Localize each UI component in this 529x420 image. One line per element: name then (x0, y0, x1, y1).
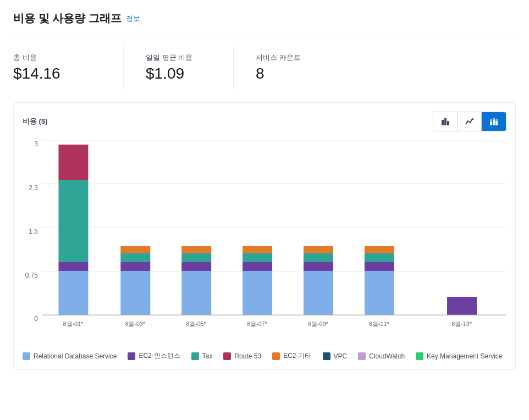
info-link[interactable]: 정보 (126, 14, 140, 24)
svg-text:8월-07*: 8월-07* (247, 320, 267, 327)
svg-text:8월-11*: 8월-11* (369, 320, 389, 327)
total-cost-label: 총 비용 (13, 53, 101, 63)
service-count-label: 서비스 카운트 (256, 53, 321, 63)
legend-item: EC2-기타 (272, 351, 311, 361)
y-label-23: 2.3 (29, 184, 38, 192)
page-title: 비용 및 사용량 그래프 (13, 11, 122, 26)
svg-text:8월-03*: 8월-03* (125, 320, 145, 327)
svg-rect-38 (447, 297, 477, 315)
stacked-chart-button[interactable] (482, 112, 506, 131)
legend-item: VPC (323, 351, 348, 361)
svg-rect-29 (243, 246, 272, 253)
chart-ylabel: 비용 ($) (23, 117, 48, 126)
chart-header: 비용 ($) (23, 112, 506, 131)
legend-color-swatch (191, 352, 199, 360)
daily-avg-card: 일일 평균 비용 $1.09 (123, 46, 233, 89)
legend-label: Relational Database Service (34, 352, 117, 360)
legend-label: VPC (334, 352, 348, 360)
total-cost-value: $14.16 (13, 65, 101, 82)
svg-rect-35 (365, 262, 394, 271)
svg-rect-25 (181, 246, 211, 253)
svg-rect-2 (447, 121, 449, 125)
svg-text:8월-09*: 8월-09* (308, 320, 328, 327)
bar-chart-icon (440, 117, 450, 126)
bar-chart-button[interactable] (433, 112, 458, 131)
legend-color-swatch (358, 352, 366, 360)
svg-rect-6 (493, 118, 495, 120)
svg-rect-4 (490, 119, 492, 122)
page-container: 비용 및 사용량 그래프 정보 총 비용 $14.16 일일 평균 비용 $1.… (0, 0, 529, 420)
total-cost-card: 총 비용 $14.16 (13, 46, 123, 89)
legend-color-swatch (128, 352, 135, 360)
legend-item: Tax (191, 351, 213, 361)
svg-rect-15 (58, 262, 88, 271)
y-label-0: 0 (34, 315, 38, 323)
legend-color-swatch (272, 352, 280, 360)
svg-rect-0 (442, 120, 444, 125)
legend-item: CloudWatch (358, 351, 405, 361)
svg-rect-7 (495, 121, 498, 125)
svg-rect-3 (490, 122, 492, 125)
chart-container: 3 2.3 1.5 0.75 0 (23, 138, 506, 336)
stacked-chart-icon (489, 117, 499, 126)
legend-label: EC2-인스턴스 (139, 351, 180, 361)
svg-rect-19 (120, 262, 150, 271)
line-chart-button[interactable] (458, 112, 482, 131)
service-count-card: 서비스 카운트 8 (233, 46, 343, 89)
svg-rect-36 (365, 253, 394, 262)
svg-rect-18 (120, 271, 150, 315)
svg-rect-34 (365, 271, 394, 315)
legend-label: Route 53 (234, 352, 261, 360)
y-label-075: 0.75 (25, 272, 38, 279)
svg-rect-16 (58, 180, 88, 262)
chart-plot: 8월-01* 8월-03* 8월-05* 8월-07* 8월-09* 8월-11… (42, 138, 506, 336)
svg-rect-32 (304, 253, 333, 262)
daily-avg-label: 일일 평균 비용 (146, 53, 211, 63)
legend-color-swatch (223, 352, 231, 360)
svg-rect-1 (444, 118, 447, 125)
chart-svg: 8월-01* 8월-03* 8월-05* 8월-07* 8월-09* 8월-11… (42, 138, 506, 336)
svg-rect-22 (181, 271, 211, 315)
svg-rect-30 (304, 271, 333, 315)
svg-text:8월-05*: 8월-05* (186, 320, 206, 327)
legend-label: CloudWatch (369, 352, 405, 360)
legend-label: EC2-기타 (283, 351, 311, 361)
chart-section: 비용 ($) (13, 102, 516, 370)
svg-rect-14 (58, 271, 88, 315)
legend-item: EC2-인스턴스 (128, 351, 180, 361)
legend-item: Relational Database Service (23, 351, 117, 361)
y-label-15: 1.5 (29, 228, 38, 235)
svg-rect-17 (58, 145, 88, 180)
daily-avg-value: $1.09 (146, 65, 211, 82)
svg-rect-8 (495, 119, 498, 121)
legend-label: Key Management Service (427, 352, 502, 360)
svg-rect-31 (304, 262, 333, 271)
svg-rect-27 (243, 262, 272, 271)
legend-color-swatch (23, 352, 30, 360)
legend-color-swatch (323, 352, 330, 360)
y-label-3: 3 (34, 140, 38, 148)
legend-label: Tax (202, 352, 213, 360)
y-axis: 3 2.3 1.5 0.75 0 (23, 138, 42, 336)
chart-legend: Relational Database Service EC2-인스턴스 Tax… (23, 345, 506, 361)
svg-rect-21 (120, 246, 150, 253)
legend-item: Key Management Service (416, 351, 502, 361)
legend-color-swatch (416, 352, 423, 360)
svg-rect-5 (493, 120, 495, 125)
svg-text:8월-13*: 8월-13* (451, 320, 472, 327)
service-count-value: 8 (256, 65, 321, 82)
page-header: 비용 및 사용량 그래프 정보 (13, 11, 516, 35)
svg-text:8월-01*: 8월-01* (63, 320, 84, 327)
svg-rect-33 (304, 246, 333, 253)
svg-rect-37 (365, 246, 394, 253)
svg-rect-26 (243, 271, 272, 315)
line-chart-icon (465, 117, 475, 126)
svg-rect-24 (181, 253, 211, 262)
metrics-row: 총 비용 $14.16 일일 평균 비용 $1.09 서비스 카운트 8 (13, 46, 516, 89)
svg-rect-20 (120, 253, 150, 262)
svg-rect-28 (243, 253, 272, 262)
legend-item: Route 53 (223, 351, 261, 361)
chart-type-buttons (433, 112, 506, 131)
svg-rect-23 (181, 262, 211, 271)
